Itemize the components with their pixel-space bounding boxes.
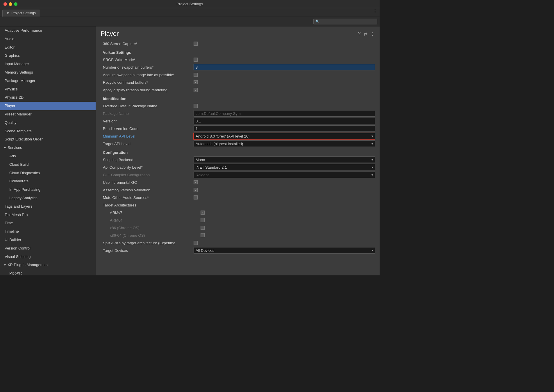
dropdown-min-api[interactable]: Android 8.0 'Oreo' (API level 26) bbox=[194, 133, 375, 139]
settings-icon: ⚙ bbox=[7, 11, 10, 15]
sidebar-item-in-app-purchasing[interactable]: In-App Purchasing bbox=[0, 186, 96, 194]
value-recycle-command: ✓ bbox=[194, 80, 375, 84]
dropdown-target-devices[interactable]: All Devices bbox=[194, 247, 375, 254]
checkbox-assembly-validation[interactable]: ✓ bbox=[194, 188, 198, 192]
maximize-button[interactable] bbox=[14, 2, 17, 6]
checkbox-acquire-swapchain[interactable] bbox=[194, 73, 198, 77]
row-srgb-write: SRGB Write Mode* bbox=[101, 56, 375, 63]
section-vulkan: Vulkan Settings bbox=[101, 47, 375, 56]
dropdown-target-api[interactable]: Automatic (highest installed) bbox=[194, 140, 375, 147]
sidebar-item-adaptive-performance[interactable]: Adaptive Performance bbox=[0, 26, 96, 35]
sidebar-item-preset-manager[interactable]: Preset Manager bbox=[0, 110, 96, 119]
sidebar-item-input-manager[interactable]: Input Manager bbox=[0, 60, 96, 68]
project-settings-tab[interactable]: ⚙ Project Settings bbox=[2, 10, 40, 17]
row-api-compat: Api Compatibility Level* .NET Standard 2… bbox=[101, 163, 375, 171]
value-scripting-backend: Mono bbox=[194, 156, 375, 163]
label-target-devices: Target Devices bbox=[101, 248, 194, 253]
sidebar-item-ads[interactable]: Ads bbox=[0, 152, 96, 161]
sidebar-section-services[interactable]: ▼ Services bbox=[0, 144, 96, 152]
sidebar-item-cloud-diagnostics[interactable]: Cloud Diagnostics bbox=[0, 169, 96, 177]
sidebar-item-cloud-build[interactable]: Cloud Build bbox=[0, 161, 96, 169]
row-min-api: Minimum API Level Android 8.0 'Oreo' (AP… bbox=[101, 132, 375, 140]
row-x86-64: x86-64 (Chrome OS) bbox=[101, 231, 375, 239]
sidebar-item-scene-template[interactable]: Scene Template bbox=[0, 127, 96, 136]
checkbox-mute-audio[interactable] bbox=[194, 195, 198, 199]
sidebar-item-legacy-analytics[interactable]: Legacy Analytics bbox=[0, 194, 96, 202]
checkbox-recycle-command[interactable]: ✓ bbox=[194, 80, 198, 84]
dropdown-api-compat[interactable]: .NET Standard 2.1 bbox=[194, 164, 375, 170]
input-swapchain-buffers[interactable] bbox=[194, 64, 375, 70]
value-apply-display: ✓ bbox=[194, 88, 375, 92]
row-swapchain-buffers: Number of swapchain buffers* bbox=[101, 63, 375, 71]
sidebar-item-tags-and-layers[interactable]: Tags and Layers bbox=[0, 202, 96, 211]
sidebar-item-graphics[interactable]: Graphics bbox=[0, 51, 96, 60]
label-apply-display: Apply display rotation during rendering bbox=[101, 88, 194, 92]
input-bundle-version[interactable] bbox=[194, 125, 375, 132]
sidebar-item-timeline[interactable]: Timeline bbox=[0, 227, 96, 236]
value-mute-audio bbox=[194, 195, 375, 199]
checkbox-apply-display[interactable]: ✓ bbox=[194, 88, 198, 92]
more-icon[interactable]: ⋮ bbox=[370, 31, 375, 37]
dropdown-wrap-target-devices: All Devices bbox=[194, 247, 375, 254]
value-override-package bbox=[194, 104, 375, 108]
row-mute-audio: Mute Other Audio Sources* bbox=[101, 194, 375, 201]
sidebar-section-xr[interactable]: ▼ XR Plug-in Management bbox=[0, 261, 96, 269]
value-acquire-swapchain bbox=[194, 73, 375, 77]
sidebar-item-quality[interactable]: Quality bbox=[0, 119, 96, 127]
dropdown-scripting-backend[interactable]: Mono bbox=[194, 156, 375, 163]
row-scripting-backend: Scripting Backend Mono bbox=[101, 156, 375, 163]
help-icon[interactable]: ? bbox=[358, 31, 361, 36]
sidebar-item-picoxr[interactable]: PicoXR bbox=[0, 269, 96, 275]
input-package-name[interactable] bbox=[194, 110, 375, 117]
checkbox-override-package[interactable] bbox=[194, 104, 198, 108]
label-min-api[interactable]: Minimum API Level bbox=[101, 134, 194, 138]
checkbox-armv7[interactable]: ✓ bbox=[201, 211, 205, 215]
sidebar-item-script-execution-order[interactable]: Script Execution Order bbox=[0, 135, 96, 144]
minimize-button[interactable] bbox=[9, 2, 12, 6]
checkbox-arm64[interactable] bbox=[201, 218, 205, 222]
sidebar-item-physics[interactable]: Physics bbox=[0, 85, 96, 94]
value-x86-64 bbox=[201, 233, 375, 237]
value-version bbox=[194, 118, 375, 124]
checkbox-split-apks[interactable] bbox=[194, 241, 198, 245]
row-recycle-command: Recycle command buffers* ✓ bbox=[101, 79, 375, 86]
checkbox-incremental-gc[interactable]: ✓ bbox=[194, 180, 198, 184]
title-bar: Project Settings bbox=[0, 0, 380, 8]
search-input[interactable] bbox=[321, 19, 375, 24]
sidebar-item-editor[interactable]: Editor bbox=[0, 43, 96, 52]
value-incremental-gc: ✓ bbox=[194, 180, 375, 184]
layout-icon[interactable]: ⇄ bbox=[364, 31, 367, 37]
value-swapchain-buffers bbox=[194, 64, 375, 70]
row-armv7: ARMv7 ✓ bbox=[101, 209, 375, 216]
sidebar-item-visual-scripting[interactable]: Visual Scripting bbox=[0, 253, 96, 261]
label-target-api: Target API Level bbox=[101, 142, 194, 146]
sidebar-item-version-control[interactable]: Version Control bbox=[0, 244, 96, 253]
search-icon: 🔍 bbox=[315, 19, 320, 24]
sidebar-item-player[interactable]: Player bbox=[0, 102, 96, 110]
dropdown-cpp-compiler: Release bbox=[194, 172, 375, 178]
dropdown-wrap-api-compat: .NET Standard 2.1 bbox=[194, 164, 375, 170]
search-wrap: 🔍 bbox=[313, 19, 377, 24]
sidebar-item-ui-builder[interactable]: UI Builder bbox=[0, 236, 96, 244]
sidebar-item-physics-2d[interactable]: Physics 2D bbox=[0, 93, 96, 102]
chevron-down-icon: ▼ bbox=[3, 146, 6, 150]
close-button[interactable] bbox=[3, 2, 7, 6]
row-arm64: ARM64 bbox=[101, 216, 375, 224]
checkbox-srgb-write[interactable] bbox=[194, 58, 198, 62]
sidebar-item-package-manager[interactable]: Package Manager bbox=[0, 77, 96, 85]
row-stereo-capture: 360 Stereo Capture* bbox=[101, 40, 375, 47]
label-srgb-write: SRGB Write Mode* bbox=[101, 58, 194, 62]
input-version[interactable] bbox=[194, 118, 375, 124]
sidebar-item-textmesh-pro[interactable]: TextMesh Pro bbox=[0, 211, 96, 219]
sidebar-item-audio[interactable]: Audio bbox=[0, 35, 96, 43]
sidebar-item-collaborate[interactable]: Collaborate bbox=[0, 177, 96, 186]
sidebar-item-time[interactable]: Time bbox=[0, 219, 96, 227]
more-options-icon[interactable]: ⋮ bbox=[373, 8, 377, 14]
sidebar-item-memory-settings[interactable]: Memory Settings bbox=[0, 68, 96, 77]
checkbox-x86[interactable] bbox=[201, 226, 205, 230]
checkbox-x86-64[interactable] bbox=[201, 233, 205, 237]
dropdown-wrap-min-api: Android 8.0 'Oreo' (API level 26) bbox=[194, 133, 375, 139]
checkbox-stereo-capture[interactable] bbox=[194, 42, 198, 46]
value-split-apks bbox=[194, 241, 375, 245]
label-version: Version* bbox=[101, 119, 194, 123]
